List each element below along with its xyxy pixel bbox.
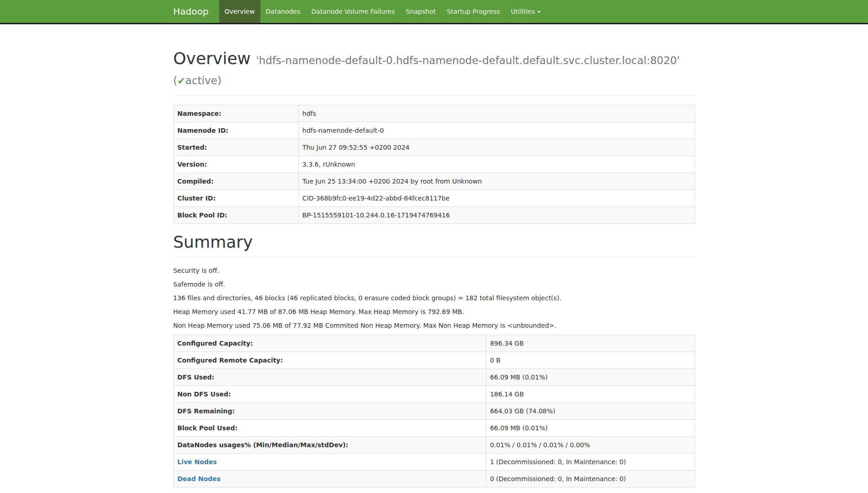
row-label: Cluster ID: xyxy=(173,190,298,207)
tab-startup-progress[interactable]: Startup Progress xyxy=(441,0,505,23)
divider xyxy=(173,256,695,257)
heap-memory: Heap Memory used 41.77 MB of 87.06 MB He… xyxy=(173,307,695,316)
row-value: 66.09 MB (0.01%) xyxy=(486,420,695,437)
namenode-state: (✔active) xyxy=(173,75,222,87)
row-value: CID-368b9fc0-ee19-4d22-abbd-84fcec8117be xyxy=(298,190,695,207)
row-value: 664.03 GB (74.08%) xyxy=(486,403,695,420)
table-row: Namenode ID: hdfs-namenode-default-0 xyxy=(173,122,695,139)
row-value: Thu Jun 27 09:52:55 +0200 2024 xyxy=(298,139,695,156)
nav-item: Startup Progress xyxy=(441,0,505,23)
row-value: 186.14 GB xyxy=(486,386,695,403)
dead-nodes-link[interactable]: Dead Nodes xyxy=(178,475,221,482)
row-value: 0.01% / 0.01% / 0.01% / 0.00% xyxy=(486,437,695,454)
row-value: 0 B xyxy=(486,352,695,369)
caret-down-icon xyxy=(537,11,541,13)
tab-datanodes[interactable]: Datanodes xyxy=(260,0,306,23)
row-value: hdfs xyxy=(298,105,695,122)
table-row: Compiled: Tue Jun 25 13:34:00 +0200 2024… xyxy=(173,173,695,190)
tab-utilities-dropdown[interactable]: Utilities xyxy=(506,0,547,23)
table-row: DFS Remaining: 664.03 GB (74.08%) xyxy=(173,403,695,420)
row-label: Version: xyxy=(173,156,298,173)
table-row: DFS Used: 66.09 MB (0.01%) xyxy=(173,369,695,386)
table-row: Live Nodes 1 (Decommissioned: 0, In Main… xyxy=(173,454,695,471)
cluster-info-table: Namespace: hdfs Namenode ID: hdfs-nameno… xyxy=(173,105,695,224)
row-value: 0 (Decommissioned: 0, In Maintenance: 0) xyxy=(486,471,695,488)
page-content: Overview 'hdfs-namenode-default-0.hdfs-n… xyxy=(173,49,695,488)
row-value: 66.09 MB (0.01%) xyxy=(486,369,695,386)
summary-heading: Summary xyxy=(173,233,695,251)
live-nodes-link[interactable]: Live Nodes xyxy=(178,458,217,466)
row-label: Namenode ID: xyxy=(173,122,298,139)
row-label: Compiled: xyxy=(173,173,298,190)
row-label: Configured Capacity: xyxy=(173,335,486,352)
nav-item: Overview xyxy=(219,0,260,23)
overview-heading: Overview xyxy=(173,49,251,68)
row-label: DFS Used: xyxy=(173,369,486,386)
top-navbar: Hadoop Overview Datanodes Datanode Volum… xyxy=(0,0,868,24)
summary-table: Configured Capacity: 896.34 GB Configure… xyxy=(173,335,695,488)
row-label: Non DFS Used: xyxy=(173,386,486,403)
table-row: Cluster ID: CID-368b9fc0-ee19-4d22-abbd-… xyxy=(173,190,695,207)
security-status: Security is off. xyxy=(173,266,695,275)
row-label: Live Nodes xyxy=(173,454,486,471)
table-row: Non DFS Used: 186.14 GB xyxy=(173,386,695,403)
row-value: 1 (Decommissioned: 0, In Maintenance: 0) xyxy=(486,454,695,471)
table-row: Configured Remote Capacity: 0 B xyxy=(173,352,695,369)
tab-datanode-volume-failures[interactable]: Datanode Volume Failures xyxy=(306,0,400,23)
nav-item: Datanodes xyxy=(260,0,306,23)
row-value: 3.3.6, rUnknown xyxy=(298,156,695,173)
row-label: DataNodes usages% (Min/Median/Max/stdDev… xyxy=(173,437,486,454)
row-label: Started: xyxy=(173,139,298,156)
table-row: Namespace: hdfs xyxy=(173,105,695,122)
table-row: Version: 3.3.6, rUnknown xyxy=(173,156,695,173)
safemode-status: Safemode is off. xyxy=(173,280,695,289)
row-value: 896.34 GB xyxy=(486,335,695,352)
namenode-address: 'hdfs-namenode-default-0.hdfs-namenode-d… xyxy=(256,54,679,66)
non-heap-memory: Non Heap Memory used 75.06 MB of 77.92 M… xyxy=(173,321,695,330)
nav-item: Utilities xyxy=(506,0,547,23)
hadoop-brand[interactable]: Hadoop xyxy=(173,0,216,23)
table-row: Dead Nodes 0 (Decommissioned: 0, In Main… xyxy=(173,471,695,488)
table-row: Started: Thu Jun 27 09:52:55 +0200 2024 xyxy=(173,139,695,156)
check-icon: ✔ xyxy=(177,76,185,87)
divider xyxy=(173,95,695,96)
row-value: Tue Jun 25 13:34:00 +0200 2024 by root f… xyxy=(298,173,695,190)
table-row: DataNodes usages% (Min/Median/Max/stdDev… xyxy=(173,437,695,454)
nav-item: Datanode Volume Failures xyxy=(306,0,400,23)
navbar-menu: Overview Datanodes Datanode Volume Failu… xyxy=(219,0,547,23)
table-row: Configured Capacity: 896.34 GB xyxy=(173,335,695,352)
nav-item: Snapshot xyxy=(400,0,441,23)
row-label: DFS Remaining: xyxy=(173,403,486,420)
row-label: Namespace: xyxy=(173,105,298,122)
row-label: Block Pool Used: xyxy=(173,420,486,437)
table-row: Block Pool ID: BP-1515559101-10.244.0.16… xyxy=(173,207,695,224)
row-value: hdfs-namenode-default-0 xyxy=(298,122,695,139)
table-row: Block Pool Used: 66.09 MB (0.01%) xyxy=(173,420,695,437)
row-label: Dead Nodes xyxy=(173,471,486,488)
row-label: Configured Remote Capacity: xyxy=(173,352,486,369)
row-value: BP-1515559101-10.244.0.16-1719474769416 xyxy=(298,207,695,224)
row-label: Block Pool ID: xyxy=(173,207,298,224)
page-title: Overview 'hdfs-namenode-default-0.hdfs-n… xyxy=(173,49,695,90)
filesystem-objects: 136 files and directories, 46 blocks (46… xyxy=(173,293,695,303)
tab-overview[interactable]: Overview xyxy=(219,0,260,23)
tab-snapshot[interactable]: Snapshot xyxy=(400,0,441,23)
